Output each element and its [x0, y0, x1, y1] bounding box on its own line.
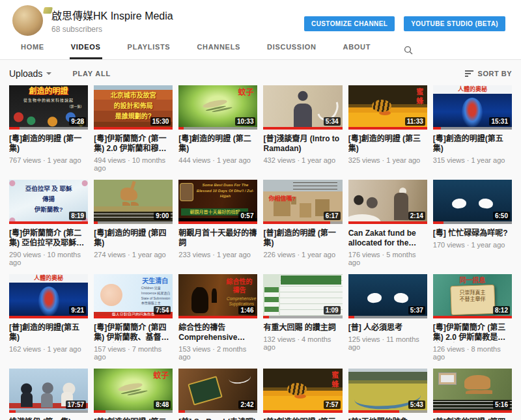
video-title[interactable]: 維港談伊 (第一集)	[9, 417, 88, 420]
sort-by-icon	[465, 70, 473, 77]
video-card[interactable]: 人體的奧秘9:21 [普]創造的明證(第五集) 162 views·1 year…	[9, 274, 88, 361]
video-title[interactable]: [普] So Read (去读吧)	[178, 417, 257, 420]
video-card[interactable]: 5:43 [普]天地間的跡象 92 views·1 year ago	[348, 369, 427, 420]
video-card[interactable]: 亞伯拉罕 及 耶穌傳揚伊斯蘭教?8:19 [粵]伊斯蘭簡介 (第二集) 亞伯拉罕…	[9, 180, 88, 266]
video-thumbnail[interactable]: Some Best Duas For The Blessed 10 Days O…	[178, 180, 257, 224]
tab-channels[interactable]: CHANNELS	[195, 43, 242, 59]
video-card[interactable]: 你相信嗎?6:17 [普]創造的明證 (第一集) 226 views·1 yea…	[263, 180, 342, 266]
video-title[interactable]: [粵]創造的明證 (第一集)	[9, 134, 88, 154]
video-card[interactable]: 5:16 [普]創造的明證 (第四集) 80 views·1 year ago	[433, 369, 512, 420]
video-card[interactable]: 9:00 [粵]創造的明證 (第四集) 274 views·1 year ago	[94, 180, 173, 266]
video-meta: 274 views·1 year ago	[94, 251, 173, 259]
video-thumbnail[interactable]: 5:37	[348, 274, 427, 318]
video-thumbnail[interactable]: 天生清白Children 兒童 Innocence 純潔清白 State of …	[94, 274, 173, 318]
video-thumbnail[interactable]: 2:42	[178, 369, 257, 413]
video-card[interactable]: 2:42 [普] So Read (去读吧) 97 views·9 months…	[178, 369, 257, 420]
video-title[interactable]: [粵] 忙忙碌碌為咩呢?	[433, 229, 512, 238]
video-thumbnail[interactable]: 你相信嗎?6:17	[263, 180, 342, 224]
video-thumbnail[interactable]: 17:57	[9, 369, 88, 413]
video-thumbnail[interactable]: 6:50	[433, 180, 512, 224]
video-title[interactable]: 綜合性的禱告 Comprehensive Supplication	[178, 323, 257, 343]
video-thumbnail[interactable]: 亞伯拉罕 及 耶穌傳揚伊斯蘭教?8:19	[9, 180, 88, 224]
video-card[interactable]: 創造的明證從生物中的納米科技說起(第一集)9:28 [粵]創造的明證 (第一集)…	[9, 85, 88, 172]
video-card[interactable]: 5:37 [普] 人必須思考 125 views·11 months ago	[348, 274, 427, 361]
video-card[interactable]: 同一訊息只崇拜真主 不替主舉伴8:12 [粵]伊斯蘭簡介 (第三集) 2.0 伊…	[433, 274, 512, 361]
video-card[interactable]: Some Best Duas For The Blessed 10 Days O…	[178, 180, 257, 266]
watch-progress-fill	[178, 127, 183, 130]
video-title[interactable]: [普]淺談齋月 (Intro to Ramadan)	[263, 134, 342, 154]
video-thumbnail[interactable]: 人體的奧秘15:31	[433, 85, 512, 130]
video-thumbnail[interactable]: 蚊子8:48	[94, 369, 173, 413]
video-title[interactable]: [普]創造的明證 (第四集)	[433, 417, 512, 420]
video-card[interactable]: 5:34 [普]淺談齋月 (Intro to Ramadan) 432 view…	[263, 85, 342, 172]
video-card[interactable]: 北京城市及故宮的設計和佈局是誰規劃的?15:30 [粵]伊斯蘭簡介 (第一集) …	[94, 85, 173, 172]
video-thumbnail[interactable]: 綜合性的 禱告Comprehensive Supplications1:46	[178, 274, 257, 318]
youtube-studio-button[interactable]: YOUTUBE STUDIO (BETA)	[404, 16, 505, 31]
video-title[interactable]: [粵]創造的明證 (第四集)	[94, 229, 173, 248]
video-thumbnail[interactable]: 5:34	[263, 85, 342, 130]
video-thumbnail[interactable]: 人體的奧秘9:21	[9, 274, 88, 318]
video-title[interactable]: [粵]創造的明證 (第二集)	[178, 134, 257, 154]
video-thumbnail[interactable]: 創造的明證從生物中的納米科技說起(第一集)9:28	[9, 85, 88, 130]
video-card[interactable]: 蜜蜂7:57 [普]創造的明證 (第三集) 93 views·1 year ag…	[263, 369, 342, 420]
tab-videos[interactable]: VIDEOS	[70, 43, 102, 59]
sort-by-button[interactable]: SORT BY	[465, 70, 512, 77]
uploads-dropdown[interactable]: Uploads	[9, 68, 51, 79]
video-thumbnail[interactable]: 2:14	[348, 180, 427, 224]
video-title[interactable]: [粵]創造的明證(第五集)	[433, 134, 512, 154]
video-card[interactable]: 綜合性的 禱告Comprehensive Supplications1:46 綜…	[178, 274, 257, 361]
video-thumbnail[interactable]: 9:00	[94, 180, 173, 224]
video-title[interactable]: [粵]伊斯蘭簡介 (第一集) 2.0 伊斯蘭和穆斯林的意義	[94, 134, 173, 154]
video-title[interactable]: [粵]伊斯蘭簡介 (第二集) 亞伯拉罕及耶穌所傳揚的就是順...	[9, 229, 88, 248]
video-thumbnail[interactable]: 蚊子10:33	[178, 85, 257, 130]
video-title[interactable]: [普]天地間的跡象	[348, 417, 427, 420]
video-thumbnail[interactable]: 1:09	[263, 274, 342, 318]
video-thumbnail[interactable]: 蜜蜂7:57	[263, 369, 342, 413]
video-title[interactable]: Can Zakat fund be allocated for the purp…	[348, 229, 427, 248]
tab-about[interactable]: ABOUT	[342, 43, 373, 59]
video-card[interactable]: 天生清白Children 兒童 Innocence 純潔清白 State of …	[94, 274, 173, 361]
customize-channel-button[interactable]: CUSTOMIZE CHANNEL	[304, 16, 395, 31]
video-card[interactable]: 6:50 [粵] 忙忙碌碌為咩呢? 170 views·1 year ago	[433, 180, 512, 266]
video-thumbnail[interactable]: 蜜蜂11:33	[348, 85, 427, 130]
video-title[interactable]: [普]創造的明證 (第二集)	[94, 417, 173, 420]
video-title[interactable]: [粵]創造的明證 (第三集)	[348, 134, 427, 154]
video-title[interactable]: [普]創造的明證 (第一集)	[263, 229, 342, 248]
video-thumbnail[interactable]: 同一訊息只崇拜真主 不替主舉伴8:12	[433, 274, 512, 318]
tab-discussion[interactable]: DISCUSSION	[266, 43, 317, 59]
watch-progress-bar	[94, 127, 173, 130]
watch-progress-fill	[263, 316, 268, 318]
duration-badge: 9:21	[69, 306, 86, 315]
meta-separator: ·	[382, 335, 385, 343]
search-icon[interactable]	[404, 46, 413, 55]
video-card[interactable]: 17:57 維港談伊 (第一集) 114 views·7 months ago	[9, 369, 88, 420]
video-card[interactable]: 2:14 Can Zakat fund be allocated for the…	[348, 180, 427, 266]
tab-home[interactable]: HOME	[20, 43, 46, 59]
subscriber-count: 68 subscribers	[51, 25, 173, 34]
thumbnail-overlay-text: 的設計和佈局	[94, 102, 173, 110]
video-title[interactable]: 朝覲月首十天最好的禱詞	[178, 229, 257, 248]
video-card[interactable]: 1:09 有重大回賜 的讚主詞 132 views·4 months ago	[263, 274, 342, 361]
video-thumbnail[interactable]: 5:43	[348, 369, 427, 413]
view-count: 153 views	[178, 345, 210, 353]
channel-avatar[interactable]	[12, 5, 43, 36]
watch-progress-bar	[94, 221, 173, 224]
video-title[interactable]: [粵]伊斯蘭簡介 (第三集) 2.0 伊斯蘭教是從什麼時候開始...	[433, 323, 512, 343]
play-all-button[interactable]: PLAY ALL	[72, 70, 111, 77]
tab-playlists[interactable]: PLAYLISTS	[126, 43, 172, 59]
video-card[interactable]: 人體的奧秘15:31 [粵]創造的明證(第五集) 315 views·1 yea…	[433, 85, 512, 172]
video-title[interactable]: [普] 人必須思考	[348, 323, 427, 333]
video-thumbnail[interactable]: 北京城市及故宮的設計和佈局是誰規劃的?15:30	[94, 85, 173, 130]
video-thumbnail[interactable]: 5:16	[433, 369, 512, 413]
video-card[interactable]: 蜜蜂11:33 [粵]創造的明證 (第三集) 325 views·1 year …	[348, 85, 427, 172]
watch-progress-bar	[263, 127, 342, 130]
video-card[interactable]: 蚊子10:33 [粵]創造的明證 (第二集) 444 views·1 year …	[178, 85, 257, 172]
video-title[interactable]: [普]創造的明證(第五集)	[9, 323, 88, 343]
video-title[interactable]: [粵]伊斯蘭簡介 (第四集) 伊斯蘭教、基督教及猶太教三個...	[94, 323, 173, 343]
video-card[interactable]: 蚊子8:48 [普]創造的明證 (第二集) 105 views·1 year a…	[94, 369, 173, 420]
video-grid: 創造的明證從生物中的納米科技說起(第一集)9:28 [粵]創造的明證 (第一集)…	[0, 85, 521, 420]
watch-progress-bar	[348, 127, 427, 130]
video-title[interactable]: 有重大回賜 的讚主詞	[263, 323, 342, 333]
uploads-label: Uploads	[9, 68, 42, 79]
video-title[interactable]: [普]創造的明證 (第三集)	[263, 417, 342, 420]
